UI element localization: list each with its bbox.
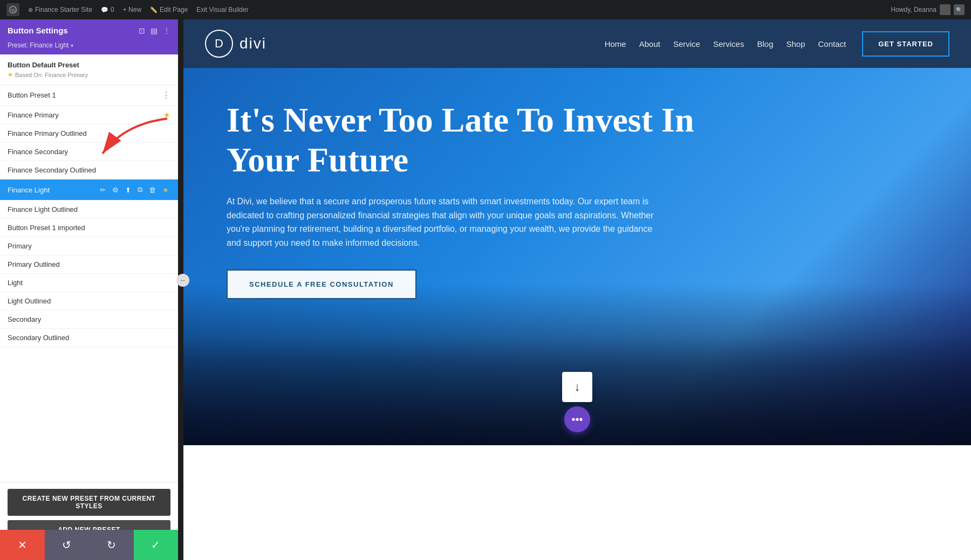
preset-label-text: Finance Primary Outlined [8, 129, 87, 137]
star-active-icon[interactable]: ★ [161, 185, 170, 195]
logo-circle: D [205, 30, 233, 58]
star-icon: ★ [8, 71, 13, 78]
default-preset-section: Button Default Preset ★ Based On: Financ… [0, 54, 178, 85]
nav-home[interactable]: Home [605, 39, 626, 49]
panel-header-icons: ⊡ ▤ ⋮ [139, 26, 170, 35]
edit-icon[interactable]: ✏ [98, 185, 107, 195]
preset-label-text: Primary Outlined [8, 260, 60, 268]
save-button[interactable]: ✓ [134, 530, 179, 560]
hero-cta-button[interactable]: SCHEDULE A FREE CONSULTATION [227, 269, 416, 299]
default-preset-subtitle: ★ Based On: Finance Primary [8, 71, 170, 78]
nav-cta-button[interactable]: GET STARTED [862, 31, 949, 57]
list-item[interactable]: Button Preset 1 ⋮ [0, 85, 178, 106]
panel-title: Button Settings [8, 26, 68, 35]
svg-text:W: W [11, 8, 16, 13]
delete-icon[interactable]: 🗑 [147, 185, 158, 195]
preset-label: Preset: Finance Light [8, 42, 69, 49]
preset-label-text: Light [8, 279, 23, 287]
preset-actions: ✏ ⚙ ⬆ ⧉ 🗑 ★ [98, 184, 170, 195]
nav-about[interactable]: About [639, 39, 660, 49]
hero-content: It's Never Too Late To Invest In Your Fu… [227, 100, 712, 299]
redo-icon: ↻ [107, 538, 116, 551]
save-icon: ✓ [151, 538, 160, 551]
preset-label-text: Finance Light Outlined [8, 205, 78, 213]
preset-list: Button Preset 1 ⋮ Finance Primary ★ Fina… [0, 85, 178, 482]
dropdown-arrow[interactable]: ▾ [71, 43, 73, 49]
list-item[interactable]: Finance Primary Outlined [0, 125, 178, 143]
responsive-icon[interactable]: ⊡ [139, 26, 145, 35]
upload-icon[interactable]: ⬆ [124, 185, 133, 195]
resize-handle[interactable]: ↔ [176, 274, 189, 287]
preset-label-text: Primary [8, 242, 32, 250]
edit-page-link[interactable]: ✏️ Edit Page [150, 6, 188, 13]
list-item[interactable]: Finance Secondary Outlined [0, 161, 178, 179]
settings-icon[interactable]: ⚙ [111, 185, 120, 195]
preset-label-text: Finance Light [8, 186, 50, 194]
list-item[interactable]: Secondary [0, 310, 178, 329]
nav-links: Home About Service Services Blog Shop Co… [605, 39, 846, 49]
admin-bar: W ⊕ Finance Starter Site 💬 0 + New ✏️ Ed… [0, 0, 971, 19]
list-item[interactable]: Finance Primary ★ [0, 106, 178, 125]
howdy-text: Howdy, Deanna 🔍 [891, 4, 965, 15]
logo-letter: D [215, 37, 223, 51]
list-item[interactable]: Secondary Outlined [0, 329, 178, 347]
preset-label-text: Secondary Outlined [8, 334, 69, 342]
list-item[interactable]: Finance Secondary [0, 143, 178, 161]
copy-icon[interactable]: ⧉ [136, 184, 144, 195]
preset-label-text: Secondary [8, 315, 41, 323]
undo-icon: ↺ [62, 538, 71, 551]
arrow-down-icon: ↓ [575, 380, 580, 394]
finance-light-item[interactable]: Finance Light ✏ ⚙ ⬆ ⧉ 🗑 ★ [0, 179, 178, 201]
main-content: D divi Home About Service Services Blog … [183, 19, 971, 560]
hero-section: It's Never Too Late To Invest In Your Fu… [183, 68, 971, 445]
preset-label-text: Finance Primary [8, 111, 59, 119]
cancel-button[interactable]: ✕ [0, 530, 45, 560]
more-options-icon[interactable]: ⋮ [163, 26, 170, 35]
hero-body: At Divi, we believe that a secure and pr… [227, 195, 658, 250]
scroll-down-button[interactable]: ↓ [562, 372, 592, 402]
wordpress-logo[interactable]: W [6, 3, 19, 16]
nav-service[interactable]: Service [673, 39, 700, 49]
site-logo: D divi [205, 30, 266, 58]
site-name-link[interactable]: ⊕ Finance Starter Site [28, 6, 92, 13]
logo-name: divi [240, 35, 266, 52]
default-preset-title: Button Default Preset [8, 61, 170, 69]
list-item[interactable]: Button Preset 1 imported [0, 219, 178, 237]
create-preset-button[interactable]: CREATE NEW PRESET FROM CURRENT STYLES [8, 489, 170, 516]
star-icon[interactable]: ★ [163, 110, 170, 119]
panel-header: Button Settings ⊡ ▤ ⋮ [0, 19, 178, 42]
nav-blog[interactable]: Blog [757, 39, 773, 49]
preset-label-text: Light Outlined [8, 297, 51, 305]
exit-builder-link[interactable]: Exit Visual Builder [196, 6, 249, 13]
preset-label-text: Finance Secondary Outlined [8, 166, 96, 174]
preset-label-text: Button Preset 1 imported [8, 224, 85, 232]
list-item[interactable]: Primary Outlined [0, 255, 178, 274]
user-avatar[interactable] [940, 4, 951, 15]
panel-subtitle: Preset: Finance Light ▾ [0, 42, 178, 54]
floating-menu-button[interactable]: ••• [564, 406, 590, 432]
list-item[interactable]: Light Outlined [0, 292, 178, 310]
list-item[interactable]: Light [0, 274, 178, 292]
new-link[interactable]: + New [123, 6, 141, 13]
hero-title: It's Never Too Late To Invest In Your Fu… [227, 100, 712, 179]
comments-link[interactable]: 💬 0 [101, 6, 114, 13]
search-icon[interactable]: 🔍 [954, 4, 965, 15]
redo-button[interactable]: ↻ [89, 530, 134, 560]
list-item[interactable]: Finance Light Outlined [0, 201, 178, 219]
nav-shop[interactable]: Shop [786, 39, 805, 49]
dots-icon: ••• [571, 413, 583, 426]
bottom-action-bar: ✕ ↺ ↻ ✓ [0, 530, 178, 560]
nav-services[interactable]: Services [713, 39, 744, 49]
more-icon[interactable]: ⋮ [162, 90, 170, 100]
site-navigation: D divi Home About Service Services Blog … [183, 19, 971, 68]
button-settings-panel: Button Settings ⊡ ▤ ⋮ Preset: Finance Li… [0, 19, 178, 560]
preset-label-text: Button Preset 1 [8, 91, 56, 99]
preset-label-text: Finance Secondary [8, 148, 68, 156]
layout-icon[interactable]: ▤ [151, 26, 158, 35]
nav-contact[interactable]: Contact [818, 39, 846, 49]
cancel-icon: ✕ [18, 538, 27, 551]
list-item[interactable]: Primary [0, 237, 178, 255]
undo-button[interactable]: ↺ [45, 530, 90, 560]
